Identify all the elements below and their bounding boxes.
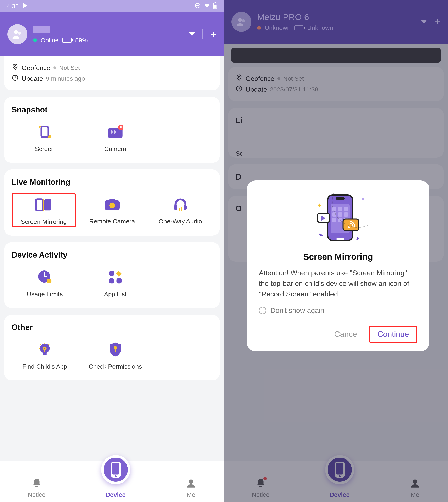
live-monitoring-section: Live Monitoring Screen Mirroring Remote … [4, 169, 220, 236]
live-title: Live Monitoring [12, 178, 212, 187]
snapshot-section: Snapshot Screen Camera [4, 97, 220, 163]
dont-show-label: Don't show again [271, 306, 324, 314]
svg-rect-33 [115, 349, 116, 353]
continue-button[interactable]: Continue [369, 326, 417, 343]
svg-point-19 [109, 203, 115, 209]
snapshot-camera-tile[interactable]: Camera [82, 121, 148, 155]
svg-rect-13 [120, 126, 121, 128]
remote-camera-label: Remote Camera [89, 218, 135, 225]
dnd-icon [194, 2, 201, 10]
dialog-illustration [259, 192, 417, 246]
radio-icon [259, 307, 266, 314]
update-value: 9 minutes ago [46, 75, 85, 82]
nav-device-label: Device [106, 491, 126, 498]
bulb-icon [35, 340, 54, 359]
add-device-button[interactable]: + [210, 29, 217, 40]
svg-rect-18 [109, 198, 115, 201]
play-store-icon [22, 3, 28, 10]
device-dropdown-icon[interactable] [189, 32, 195, 36]
nav-notice[interactable]: Notice [28, 477, 46, 498]
geofence-label: Geofence [22, 64, 50, 72]
screen-icon [35, 123, 54, 141]
avatar[interactable] [7, 24, 27, 44]
online-dot-icon [33, 38, 37, 42]
svg-rect-55 [336, 197, 345, 200]
snapshot-screen-tile[interactable]: Screen [12, 121, 78, 155]
device-header: Online 89% + [0, 13, 224, 56]
svg-point-7 [14, 65, 16, 67]
svg-rect-25 [47, 279, 51, 283]
svg-rect-15 [44, 199, 51, 211]
dialog-body: Attention! When parents use "Screen Mirr… [259, 268, 417, 299]
screen-mirroring-tile[interactable]: Screen Mirroring [12, 193, 76, 227]
svg-rect-27 [109, 278, 114, 284]
divider [202, 29, 203, 39]
app-list-label: App List [104, 291, 127, 298]
left-screen: 4:35 Online 89% [0, 0, 224, 502]
svg-rect-23 [181, 207, 182, 211]
find-child-app-label: Find Child's App [22, 363, 67, 370]
headphones-icon [171, 195, 190, 214]
status-card: Geofence Not Set Update 9 minutes ago [4, 56, 220, 90]
remote-camera-tile[interactable]: Remote Camera [80, 193, 144, 227]
avatar-right[interactable] [231, 12, 251, 32]
device-name-redacted [33, 26, 50, 33]
svg-rect-3 [215, 2, 216, 3]
person-icon [186, 478, 196, 490]
add-device-button[interactable]: + [434, 16, 441, 27]
usage-limits-tile[interactable]: Usage Limits [12, 266, 78, 300]
geofence-value: Not Set [59, 64, 80, 71]
usage-limits-icon [35, 268, 54, 287]
cancel-button[interactable]: Cancel [334, 330, 359, 339]
battery-label: Unknown [307, 24, 333, 31]
app-list-tile[interactable]: App List [82, 266, 148, 300]
camera-snapshot-icon [106, 123, 125, 141]
nav-notice-label: Notice [28, 491, 46, 498]
online-label: Online [41, 37, 59, 44]
remote-camera-icon [103, 195, 122, 214]
dont-show-checkbox[interactable]: Don't show again [259, 306, 417, 314]
app-list-icon [106, 268, 125, 287]
nav-device[interactable]: Device [101, 455, 130, 498]
clock-icon [12, 74, 19, 83]
screen-mirroring-icon [34, 195, 53, 214]
svg-rect-56 [336, 238, 344, 240]
battery-pct: 89% [75, 37, 88, 44]
battery-icon [213, 2, 217, 10]
bottom-nav: Notice Device Me [0, 460, 224, 502]
svg-rect-14 [36, 199, 43, 211]
one-way-audio-label: One-Way Audio [159, 218, 202, 225]
svg-rect-62 [344, 212, 348, 217]
svg-point-71 [362, 198, 364, 200]
other-title: Other [12, 323, 212, 332]
device-name-right: Meizu PRO 6 [257, 12, 421, 22]
one-way-audio-tile[interactable]: One-Way Audio [148, 193, 212, 227]
svg-rect-34 [35, 486, 38, 487]
svg-rect-26 [109, 271, 114, 276]
device-activity-section: Device Activity Usage Limits App List [4, 242, 220, 308]
dialog-title: Screen Mirroring [259, 252, 417, 262]
svg-point-6 [18, 32, 21, 35]
status-bar: 4:35 [0, 0, 224, 13]
svg-rect-9 [41, 127, 48, 137]
check-permissions-tile[interactable]: Check Permissions [82, 338, 148, 372]
status-dot-icon [53, 66, 56, 69]
activity-title: Device Activity [12, 251, 212, 259]
device-header-right: Meizu PRO 6 Unknown Unknown + [224, 0, 448, 44]
phone-icon [101, 455, 130, 484]
status-time: 4:35 [7, 3, 19, 10]
svg-point-5 [14, 30, 18, 34]
update-label: Update [22, 75, 43, 82]
svg-rect-61 [338, 212, 342, 217]
other-section: Other Find Child's App Check Permissions [4, 315, 220, 380]
device-dropdown-icon[interactable] [421, 20, 427, 24]
geofence-icon [12, 64, 19, 72]
svg-rect-68 [343, 219, 359, 231]
find-child-app-tile[interactable]: Find Child's App [12, 338, 78, 372]
right-screen: Meizu PRO 6 Unknown Unknown + [224, 0, 448, 502]
svg-rect-22 [178, 208, 180, 211]
battery-low-icon [294, 25, 304, 30]
wifi-icon [204, 2, 210, 10]
svg-rect-21 [184, 205, 187, 210]
nav-me[interactable]: Me [186, 478, 196, 498]
